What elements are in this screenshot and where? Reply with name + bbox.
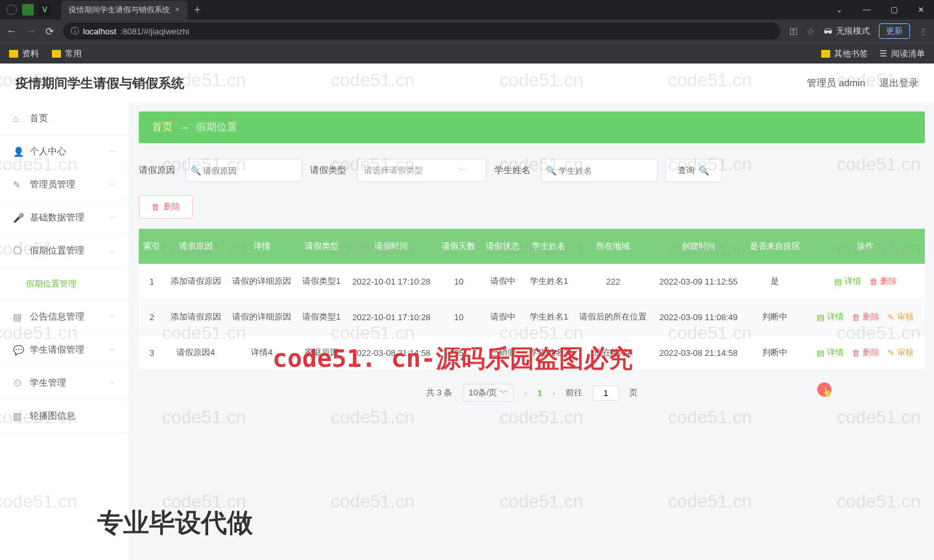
audit-button[interactable]: ✎ 审核 [887, 347, 914, 358]
bookmark-item[interactable]: 资料 [9, 48, 39, 60]
reload-icon[interactable]: ⟳ [45, 25, 54, 38]
table-row: 1添加请假原因请假的详细原因请假类型12022-10-01 17:10:2810… [139, 264, 925, 299]
browser-tab[interactable]: 疫情期间学生请假与销假系统 × [61, 1, 187, 19]
delete-button[interactable]: 🗑删除 [139, 195, 193, 218]
table-cell: 请假的详细原因 [226, 299, 297, 335]
star-icon[interactable]: ☆ [807, 27, 815, 36]
close-icon[interactable]: × [175, 5, 180, 14]
table-cell: 添加请假原因 [165, 299, 226, 335]
app-title: 疫情期间学生请假与销假系统 [16, 75, 184, 92]
sidebar-item-home[interactable]: ⌂首页 [0, 102, 129, 135]
new-tab-button[interactable]: + [194, 3, 201, 17]
delete-row-button[interactable]: 🗑 删除 [869, 275, 897, 287]
close-button[interactable]: ✕ [908, 0, 934, 19]
search-icon: 🔍 [191, 166, 201, 176]
key-icon[interactable]: ⚿ [789, 27, 798, 36]
table-cell-actions: ▤ 详情🗑 删除 [806, 264, 925, 299]
bookmark-item[interactable]: 常用 [52, 48, 82, 60]
info-icon: ⓘ [71, 25, 79, 37]
edit-icon: ✎ [887, 312, 894, 322]
forward-icon[interactable]: → [26, 25, 36, 37]
chevron-down-icon[interactable]: ⌄ [826, 0, 852, 19]
table-header[interactable]: 请假天数 [437, 229, 481, 264]
sidebar-subitem-vacation[interactable]: 假期位置管理 [0, 268, 129, 301]
table-cell: 2022-03-09 11:12:55 [653, 264, 744, 299]
table-cell: 3 [139, 335, 165, 371]
gear-icon: ✎ [13, 180, 23, 190]
logout-link[interactable]: 退出登录 [880, 77, 918, 89]
browser-tab-favicon [6, 5, 17, 15]
table-header[interactable]: 学生姓名 [525, 229, 573, 264]
browser-tab-favicon [22, 4, 34, 16]
pager-total: 共 3 条 [426, 387, 452, 399]
page-size-select[interactable]: 10条/页 ﹀ [462, 384, 514, 402]
sidebar-item-admin[interactable]: ✎管理员管理﹀ [0, 169, 129, 202]
table-cell: 1 [139, 264, 165, 299]
sidebar-item-student[interactable]: ⏲学生管理﹀ [0, 367, 129, 400]
delete-row-button[interactable]: 🗑 删除 [852, 347, 880, 358]
name-input[interactable] [541, 159, 658, 182]
goto-page-input[interactable] [593, 386, 619, 401]
table-header[interactable]: 请假时间 [346, 229, 437, 264]
sidebar-item-leave[interactable]: 💬学生请假管理﹀ [0, 334, 129, 367]
update-button[interactable]: 更新 [879, 23, 910, 39]
monitor-icon: 🖵 [13, 246, 23, 256]
cursor-indicator [817, 382, 832, 397]
table-cell: 请假类型1 [297, 299, 346, 335]
table-header[interactable]: 请假类型 [297, 229, 346, 264]
address-bar[interactable]: ⓘ localhost:8081/#/jiaqiweizhi [63, 23, 780, 40]
table-header[interactable]: 是否来自疫区 [744, 229, 806, 264]
search-button[interactable]: 查询🔍 [665, 159, 722, 182]
chevron-down-icon: ﹀ [109, 213, 116, 223]
type-select[interactable]: 请选择请假类型﹀ [357, 159, 486, 182]
prev-page-button[interactable]: ‹ [524, 388, 527, 398]
sidebar-item-base[interactable]: 🎤基础数据管理﹀ [0, 202, 129, 235]
minimize-button[interactable]: — [854, 0, 880, 19]
delete-row-button[interactable]: 🗑 删除 [852, 311, 880, 323]
table-cell: 请假类型1 [297, 264, 346, 299]
maximize-button[interactable]: ▢ [881, 0, 907, 19]
detail-button[interactable]: ▤ 详情 [834, 275, 861, 287]
sidebar-item-profile[interactable]: 👤个人中心﹀ [0, 135, 129, 169]
audit-button[interactable]: ✎ 审核 [887, 311, 914, 323]
user-label[interactable]: 管理员 admin [807, 77, 865, 89]
sidebar-item-carousel[interactable]: ▥轮播图信息 [0, 400, 129, 433]
filter-label-reason: 请假原因 [139, 165, 175, 176]
chevron-down-icon: ﹀ [109, 180, 116, 190]
other-bookmarks[interactable]: 其他书签 [821, 48, 868, 60]
browser-toolbar: ← → ⟳ ⓘ localhost:8081/#/jiaqiweizhi ⚿ ☆… [0, 19, 934, 43]
table-row: 2添加请假原因请假的详细原因请假类型12022-10-01 17:10:2810… [139, 299, 925, 335]
table-cell: 请假的详细原因 [226, 264, 297, 299]
sidebar-item-vacation[interactable]: 🖵假期位置管理︿ [0, 235, 129, 268]
chevron-down-icon: ﹀ [499, 388, 508, 397]
menu-icon[interactable]: ⋮ [919, 27, 928, 36]
arrow-icon: → [179, 122, 189, 134]
reason-input[interactable] [186, 159, 302, 182]
next-page-button[interactable]: › [553, 388, 555, 398]
table-header[interactable]: 请假状态 [481, 229, 525, 264]
table-header[interactable]: 索引 [139, 229, 165, 264]
table-header[interactable]: 请假原因 [165, 229, 226, 264]
detail-button[interactable]: ▤ 详情 [817, 311, 844, 323]
detail-button[interactable]: ▤ 详情 [817, 347, 844, 358]
table-cell: 请假中 [481, 264, 525, 299]
table-cell: 学生姓名1 [525, 264, 573, 299]
chevron-down-icon: ﹀ [458, 165, 466, 176]
breadcrumb-home[interactable]: 首页 [152, 121, 173, 134]
page-number[interactable]: 1 [537, 388, 542, 398]
table-header[interactable]: 操作 [806, 229, 925, 264]
table-cell-actions: ▤ 详情🗑 删除✎ 审核 [806, 299, 925, 335]
chart-icon: ▥ [13, 411, 23, 421]
chevron-down-icon: ﹀ [109, 147, 116, 157]
sidebar-item-notice[interactable]: ▤公告信息管理﹀ [0, 301, 129, 334]
table-header[interactable]: 详情 [226, 229, 297, 264]
main-content: 首页 → 假期位置 请假原因 🔍 请假类型 请选择请假类型﹀ 学生姓名 🔍 查询… [130, 102, 934, 560]
vue-favicon: V [39, 4, 51, 16]
back-icon[interactable]: ← [6, 25, 17, 37]
trash-icon: 🗑 [852, 348, 860, 358]
table-header[interactable]: 创建时间 [653, 229, 744, 264]
breadcrumb-current: 假期位置 [196, 121, 237, 134]
reading-list[interactable]: ☰阅读清单 [880, 48, 925, 60]
table-cell: 2022-10-01 17:10:28 [346, 264, 437, 299]
table-header[interactable]: 所在地域 [573, 229, 653, 264]
